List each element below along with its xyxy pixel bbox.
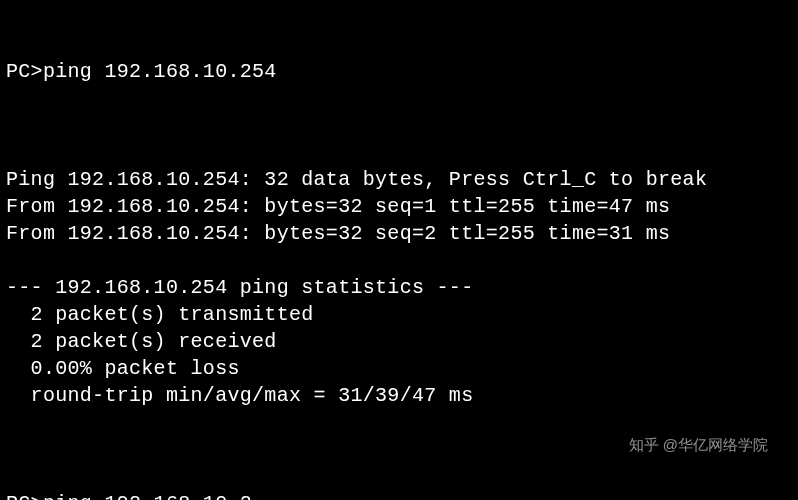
output-line: 2 packet(s) transmitted — [6, 301, 792, 328]
output-line: --- 192.168.10.254 ping statistics --- — [6, 274, 792, 301]
output-line: 0.00% packet loss — [6, 355, 792, 382]
prompt-line[interactable]: PC>ping 192.168.10.2 — [6, 490, 792, 500]
command-text: ping 192.168.10.254 — [43, 60, 277, 83]
terminal-window[interactable]: PC>ping 192.168.10.254 Ping 192.168.10.2… — [0, 0, 798, 500]
command-text: ping 192.168.10.2 — [43, 492, 252, 500]
output-line: From 192.168.10.254: bytes=32 seq=1 ttl=… — [6, 193, 792, 220]
output-line — [6, 139, 792, 166]
watermark-label: 知乎 @华亿网络学院 — [629, 431, 768, 458]
output-line: Ping 192.168.10.254: 32 data bytes, Pres… — [6, 166, 792, 193]
output-line — [6, 247, 792, 274]
output-block-1: Ping 192.168.10.254: 32 data bytes, Pres… — [6, 139, 792, 436]
output-line: 2 packet(s) received — [6, 328, 792, 355]
prompt-prefix: PC> — [6, 60, 43, 83]
output-line: round-trip min/avg/max = 31/39/47 ms — [6, 382, 792, 409]
output-line: From 192.168.10.254: bytes=32 seq=2 ttl=… — [6, 220, 792, 247]
prompt-line[interactable]: PC>ping 192.168.10.254 — [6, 58, 792, 85]
prompt-prefix: PC> — [6, 492, 43, 500]
